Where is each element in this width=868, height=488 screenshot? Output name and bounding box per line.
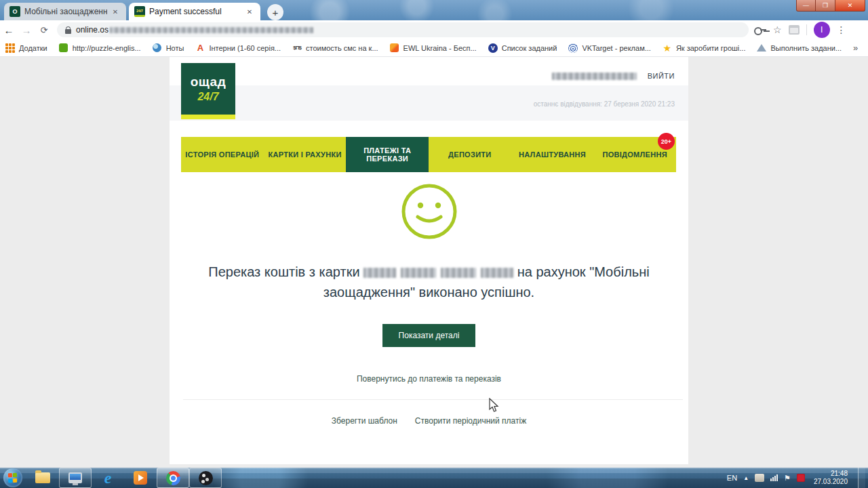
url-redacted (110, 27, 313, 33)
bookmark-label: Інтерни (1-60 серія... (209, 44, 281, 52)
card-number-redacted (363, 268, 513, 278)
forward-button[interactable]: → (18, 24, 35, 36)
bookmark-earn-money[interactable]: ★ Як заробити гроші... (663, 43, 746, 53)
back-button[interactable]: ← (0, 24, 18, 36)
bookmark-label: Список заданий (502, 44, 557, 52)
tab-title: Мобільні заощадження | Ощад (24, 7, 107, 16)
nav-cards-accounts[interactable]: КАРТКИ І РАХУНКИ (264, 137, 347, 172)
internet-explorer-icon: e (104, 470, 112, 486)
password-key-icon[interactable] (754, 26, 766, 33)
bookmark-do-tasks[interactable]: Выполнить задани... (757, 43, 842, 53)
bookmark-task-list[interactable]: V Список заданий (488, 43, 557, 53)
oschad-favicon: O (9, 6, 20, 17)
monitor-icon (68, 472, 82, 483)
redacted-block (481, 268, 513, 278)
nav-deposits[interactable]: ДЕПОЗИТИ (429, 137, 511, 172)
address-bar[interactable]: online.os (57, 22, 749, 37)
bookmark-label: Додатки (19, 44, 47, 52)
logo-underline (181, 115, 235, 119)
new-tab-button[interactable]: + (267, 4, 283, 20)
taskbar-media-player-button[interactable] (124, 468, 157, 488)
bookmark-label: EWL Ukraina - Бесп... (403, 44, 477, 52)
bookmark-label: Ноты (166, 44, 184, 52)
maximize-button[interactable]: ❐ (816, 0, 835, 12)
content-card: ощад 24/7 ВИЙТИ останнє відвідування: 27… (170, 57, 688, 464)
create-periodic-payment-link[interactable]: Створити періодичний платіж (415, 416, 526, 426)
bookmark-star-icon[interactable]: ☆ (773, 24, 782, 35)
puzzle-english-icon (59, 43, 68, 52)
url-text: online.os (76, 25, 108, 35)
show-details-button[interactable]: Показати деталі (382, 324, 476, 347)
redacted-block (110, 27, 313, 33)
logout-link[interactable]: ВИЙТИ (648, 72, 675, 80)
minimize-button[interactable]: — (796, 0, 816, 12)
footer-links: Зберегти шаблон Створити періодичний пла… (170, 416, 688, 426)
tray-chevron-icon[interactable]: ▲ (743, 475, 749, 481)
footer-divider (183, 399, 683, 400)
taskbar-obs-button[interactable] (189, 468, 222, 488)
save-template-link[interactable]: Зберегти шаблон (332, 416, 397, 426)
close-window-button[interactable]: ✕ (835, 0, 865, 12)
oschad-247-favicon: 24/7 (134, 6, 145, 17)
windows-taskbar: e EN ▲ ⚑ 21:48 27.03.2020 (0, 468, 868, 488)
reload-button[interactable]: ⟳ (35, 25, 53, 35)
bookmark-label: Выполнить задани... (770, 44, 842, 52)
oschad-logo[interactable]: ощад 24/7 (181, 63, 235, 115)
antivirus-icon[interactable] (797, 474, 805, 482)
nav-payments-transfers[interactable]: ПЛАТЕЖІ ТА ПЕРЕКАЗИ (346, 137, 429, 172)
media-player-icon (134, 471, 147, 485)
success-message: Переказ коштів з картки на рахунок "Мобі… (192, 262, 667, 302)
start-button[interactable] (3, 468, 22, 487)
show-desktop-button[interactable] (858, 468, 865, 488)
v-circle-icon: V (488, 43, 498, 53)
taskbar-ie-button[interactable]: e (92, 468, 124, 488)
network-signal-icon[interactable] (770, 474, 778, 481)
globe-icon (153, 43, 161, 52)
bookmark-label: стоимость смс на к... (306, 44, 378, 52)
clock-date: 27.03.2020 (814, 478, 848, 486)
triangle-icon (757, 44, 766, 52)
username-redacted (552, 73, 637, 80)
screen: O Мобільні заощадження | Ощад ✕ 24/7 Pay… (0, 0, 868, 488)
profile-avatar[interactable]: I (814, 22, 830, 38)
tray-app-icon[interactable] (755, 474, 764, 482)
taskbar-explorer-button[interactable] (26, 468, 59, 488)
bookmark-label: Як заробити гроші... (676, 44, 746, 52)
smiley-icon (401, 183, 458, 240)
windows-logo-icon (8, 473, 18, 483)
explorer-icon (35, 472, 50, 483)
browser-menu-icon[interactable]: ⋮ (837, 24, 846, 35)
bookmark-noty[interactable]: Ноты (153, 43, 184, 53)
bookmarks-overflow-icon[interactable]: » (853, 43, 858, 53)
back-to-payments-link[interactable]: Повернутись до платежів та переказів (170, 374, 688, 384)
chrome-icon (166, 471, 180, 485)
taskbar-remote-viewer-button[interactable] (59, 468, 92, 488)
bookmark-apps[interactable]: Додатки (5, 43, 47, 53)
bookmark-vktarget[interactable]: VKTarget - реклам... (568, 43, 650, 53)
tab-mobile-savings[interactable]: O Мобільні заощадження | Ощад ✕ (4, 3, 126, 20)
tab-payment-successful[interactable]: 24/7 Payment successful ✕ (129, 3, 260, 20)
toolbar-divider (806, 24, 807, 35)
action-center-flag-icon[interactable]: ⚑ (784, 474, 791, 483)
success-content: Переказ коштів з картки на рахунок "Мобі… (170, 172, 688, 384)
taskbar-clock[interactable]: 21:48 27.03.2020 (811, 470, 848, 486)
bookmark-ewl[interactable]: EWL Ukraina - Бесп... (390, 43, 477, 53)
extension-icon[interactable] (789, 25, 800, 35)
bookmark-label: http://puzzle-englis... (73, 44, 141, 52)
secure-lock-icon (65, 26, 71, 34)
bookmark-label: VKTarget - реклам... (582, 44, 650, 52)
taskbar-chrome-button[interactable] (157, 468, 189, 488)
nav-settings[interactable]: НАЛАШТУВАННЯ (511, 137, 594, 172)
bookmark-interny[interactable]: A Інтерни (1-60 серія... (195, 43, 281, 53)
close-tab-icon[interactable]: ✕ (110, 6, 121, 17)
nav-history[interactable]: ІСТОРІЯ ОПЕРАЦІЙ (181, 137, 264, 172)
letter-a-icon: A (195, 43, 205, 53)
close-tab-icon[interactable]: ✕ (244, 6, 255, 17)
redacted-block (363, 268, 396, 278)
dollar-sign-icon: $П$ (292, 43, 302, 53)
redacted-block (401, 268, 436, 278)
star-icon: ★ (663, 43, 672, 53)
language-indicator[interactable]: EN (727, 474, 737, 482)
bookmark-puzzle-english[interactable]: http://puzzle-englis... (59, 43, 141, 53)
bookmark-sms-cost[interactable]: $П$ стоимость смс на к... (292, 43, 378, 53)
